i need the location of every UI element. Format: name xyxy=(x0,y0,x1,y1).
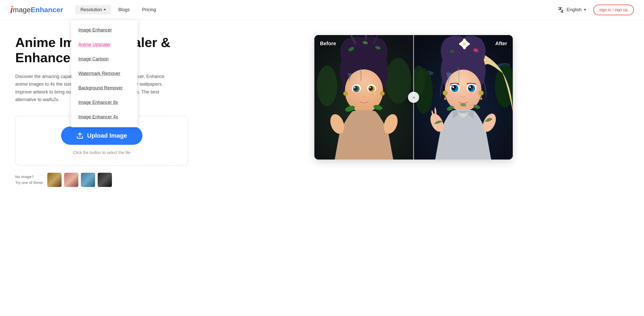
sample-thumb-2[interactable] xyxy=(64,173,78,187)
sample-thumb-3[interactable] xyxy=(81,173,95,187)
resolution-dropdown: Image Enhancer Anime Upscaler Image Cart… xyxy=(71,20,137,127)
dropdown-item-image-enhancer[interactable]: Image Enhancer xyxy=(71,23,137,37)
svg-point-13 xyxy=(354,87,356,88)
sample-thumbs xyxy=(47,173,112,187)
sign-in-button[interactable]: sign in / sign up xyxy=(593,5,634,15)
sample-images-row: No image? Try one of these: xyxy=(15,173,188,187)
header-right: English sign in / sign up xyxy=(554,5,634,15)
dropdown-item-watermark-remover[interactable]: Watermark Remover xyxy=(71,66,137,81)
svg-point-54 xyxy=(444,98,446,100)
header: i mage Enhancer Resolution Blogs Pricing… xyxy=(0,0,644,20)
upload-hint: Click the button to select the file xyxy=(23,150,180,155)
handle-arrows-icon: ‹› xyxy=(413,95,415,100)
before-after-handle[interactable]: ‹› xyxy=(408,92,419,103)
svg-point-42 xyxy=(455,88,456,89)
svg-point-22 xyxy=(343,91,347,96)
svg-point-41 xyxy=(452,86,454,88)
svg-point-52 xyxy=(443,91,447,95)
anime-after-illustration xyxy=(414,35,513,160)
svg-point-45 xyxy=(469,85,473,90)
language-selector[interactable]: English xyxy=(554,5,589,15)
right-panel: Before xyxy=(198,35,629,306)
before-after-container[interactable]: Before xyxy=(314,35,513,160)
logo[interactable]: i mage Enhancer xyxy=(10,5,63,15)
dropdown-item-background-remover[interactable]: Background Remover xyxy=(71,81,137,95)
lang-chevron-icon xyxy=(584,9,586,11)
before-label: Before xyxy=(320,41,336,46)
nav-blogs[interactable]: Blogs xyxy=(113,5,135,14)
before-side: Before xyxy=(314,35,414,160)
svg-point-2 xyxy=(317,66,337,106)
dropdown-item-image-enhancer-4x[interactable]: Image Enhancer 4x xyxy=(71,110,137,124)
no-image-text: No image? Try one of these: xyxy=(15,174,44,185)
dropdown-item-anime-upscaler[interactable]: Anime Upscaler xyxy=(71,37,137,52)
svg-point-47 xyxy=(471,88,472,89)
sample-thumb-4[interactable] xyxy=(98,173,112,187)
svg-point-16 xyxy=(369,86,373,91)
svg-point-55 xyxy=(480,98,482,100)
svg-point-17 xyxy=(369,87,371,88)
nav-resolution[interactable]: Resolution xyxy=(75,5,111,14)
svg-point-34 xyxy=(466,42,470,45)
dropdown-item-image-enhancer-8x[interactable]: Image Enhancer 8x xyxy=(71,95,137,110)
svg-point-12 xyxy=(354,86,358,91)
nav-pricing[interactable]: Pricing xyxy=(137,5,161,14)
svg-point-46 xyxy=(469,86,471,88)
logo-mage-text: mage xyxy=(13,6,31,14)
upload-button[interactable]: Upload Image xyxy=(61,127,142,145)
logo-i-letter: i xyxy=(10,5,13,15)
logo-enhancer-text: Enhancer xyxy=(31,6,63,14)
chevron-down-icon xyxy=(104,9,106,11)
svg-point-31 xyxy=(463,39,466,43)
language-label: English xyxy=(567,7,582,12)
svg-point-53 xyxy=(479,91,484,95)
after-label: After xyxy=(495,41,507,46)
sample-thumb-1[interactable] xyxy=(47,173,62,187)
after-side: After xyxy=(414,35,513,160)
svg-point-23 xyxy=(380,91,385,96)
svg-point-3 xyxy=(386,58,411,104)
svg-point-33 xyxy=(459,42,463,45)
svg-point-40 xyxy=(452,85,456,90)
anime-before-illustration xyxy=(314,35,414,160)
svg-point-32 xyxy=(463,45,466,49)
main-nav: Resolution Blogs Pricing xyxy=(75,5,554,14)
translate-icon xyxy=(558,6,565,13)
dropdown-item-image-cartoon[interactable]: Image Cartoon xyxy=(71,52,137,66)
upload-icon xyxy=(76,132,83,139)
